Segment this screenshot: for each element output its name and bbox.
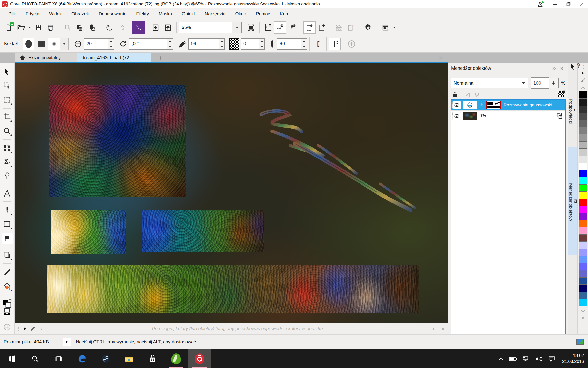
rectangle-tool[interactable] xyxy=(2,219,13,230)
color-bar-eyedropper-icon[interactable] xyxy=(28,326,37,331)
mask-marquee-button[interactable] xyxy=(303,21,316,34)
palette-swatch[interactable] xyxy=(579,106,587,113)
palette-swatch[interactable] xyxy=(579,299,587,306)
palette-expand-button[interactable] xyxy=(580,315,585,321)
fill-tool[interactable] xyxy=(2,281,13,292)
snap-button[interactable] xyxy=(286,21,299,34)
layer-row-background[interactable]: Tło xyxy=(451,110,565,121)
palette-scroll-up[interactable] xyxy=(580,84,586,91)
brush-tool[interactable] xyxy=(2,204,13,215)
palette-swatch[interactable] xyxy=(579,227,587,235)
close-button[interactable] xyxy=(575,0,588,8)
menu-kup[interactable]: Kup xyxy=(275,9,293,19)
color-control[interactable] xyxy=(2,298,13,316)
soft-nib-button[interactable] xyxy=(48,38,60,50)
menu-pomoc[interactable]: Pomoc xyxy=(251,9,275,19)
tab-welcome[interactable]: Ekran powitalny xyxy=(15,53,77,62)
lock-transparency-icon[interactable] xyxy=(452,91,458,98)
palette-eyedropper-icon[interactable] xyxy=(580,77,585,84)
palette-swatch[interactable] xyxy=(579,98,587,106)
palette-swatch[interactable] xyxy=(579,141,587,149)
restore-button[interactable] xyxy=(562,0,575,8)
feather-spinner[interactable] xyxy=(301,38,307,50)
save-button[interactable] xyxy=(32,21,44,34)
zoom-tool[interactable] xyxy=(2,125,13,136)
task-view-button[interactable] xyxy=(47,349,70,368)
docker-collapse-icon[interactable] xyxy=(551,66,557,71)
round-nib-button[interactable] xyxy=(23,38,34,50)
palette-swatch[interactable] xyxy=(579,113,587,120)
new-document-button[interactable] xyxy=(3,21,15,34)
palette-swatch[interactable] xyxy=(579,170,587,177)
rotation-field[interactable]: ,0 ° xyxy=(129,38,167,50)
export-button[interactable] xyxy=(162,21,174,34)
menu-narzedzia[interactable]: Narzędzia xyxy=(200,9,230,19)
palette-swatch[interactable] xyxy=(579,177,587,185)
palette-swatch[interactable] xyxy=(579,206,587,213)
undo-button[interactable] xyxy=(103,21,115,34)
palette-swatch[interactable] xyxy=(579,213,587,220)
battery-icon[interactable] xyxy=(507,349,519,368)
nib-size-spinner[interactable] xyxy=(108,38,114,50)
rulers-button[interactable] xyxy=(262,21,274,34)
color-bar-expand[interactable] xyxy=(438,327,448,331)
nib-size-field[interactable]: 20 xyxy=(84,38,108,50)
menu-obrazek[interactable]: Obrazek xyxy=(67,9,94,19)
steam-icon[interactable] xyxy=(94,349,117,368)
clone-tool[interactable] xyxy=(2,171,13,182)
opacity-input[interactable]: 100 xyxy=(531,77,549,89)
nib-options-button[interactable] xyxy=(329,38,341,50)
menu-edycja[interactable]: Edycja xyxy=(21,9,44,19)
visibility-eye-icon[interactable] xyxy=(452,101,461,109)
palette-swatch[interactable] xyxy=(579,184,587,192)
palette-swatch[interactable] xyxy=(579,249,587,256)
taskbar-clock[interactable]: 13:02 21.03.2016 xyxy=(562,353,584,365)
menu-maska[interactable]: Maska xyxy=(154,9,177,19)
print-button[interactable] xyxy=(44,21,57,34)
mask-frame-button[interactable] xyxy=(316,21,328,34)
layer-row-lens[interactable]: Rozmywanie gaussowski... xyxy=(451,100,565,110)
palette-swatch[interactable] xyxy=(579,263,587,270)
tray-chevron-up[interactable] xyxy=(495,349,507,368)
file-explorer-icon[interactable] xyxy=(117,349,141,368)
palette-swatch[interactable] xyxy=(579,127,587,134)
palette-swatch[interactable] xyxy=(579,241,587,249)
palette-swatch[interactable] xyxy=(579,220,587,227)
options-button[interactable] xyxy=(362,21,374,34)
status-expand-button[interactable] xyxy=(63,338,71,346)
palette-swatch[interactable] xyxy=(579,256,587,263)
text-tool[interactable] xyxy=(2,188,13,199)
eraser-tool[interactable] xyxy=(2,233,13,244)
menu-obiekt[interactable]: Obiekt xyxy=(177,9,200,19)
flatten-field[interactable]: 99 xyxy=(188,38,219,50)
pick-tool[interactable] xyxy=(2,66,13,77)
clip-mask-lock-icon[interactable] xyxy=(558,91,565,98)
palette-swatch[interactable] xyxy=(579,284,587,292)
visibility-eye-icon[interactable] xyxy=(452,112,461,120)
color-bar-flyout[interactable] xyxy=(21,327,28,331)
palette-swatch[interactable] xyxy=(579,191,587,199)
action-center-icon[interactable] xyxy=(545,349,559,368)
palette-swatch[interactable] xyxy=(579,156,587,163)
paste-button[interactable] xyxy=(86,21,98,34)
menu-okno[interactable]: Okno xyxy=(230,9,251,19)
display-settings-icon[interactable] xyxy=(576,339,584,345)
color-bar-prev[interactable] xyxy=(37,327,46,331)
transparency-field[interactable]: 0 xyxy=(241,38,259,50)
merge-mode-select[interactable]: Normalna xyxy=(451,78,528,88)
network-icon[interactable] xyxy=(519,349,532,368)
palette-swatch[interactable] xyxy=(579,163,587,170)
palette-swatch[interactable] xyxy=(579,134,587,142)
palette-drag-handle[interactable] xyxy=(582,65,584,69)
menu-plik[interactable]: Plik xyxy=(4,9,21,19)
feather-field[interactable]: 80 xyxy=(277,38,301,50)
docker-tab-object-manager[interactable]: Menedżer obiektów xyxy=(568,147,578,255)
object-transparency-tool[interactable] xyxy=(2,250,13,261)
menu-dopasowanie[interactable]: Dopasowanie xyxy=(94,9,131,19)
view-options-button[interactable] xyxy=(379,21,391,34)
minimize-button[interactable] xyxy=(549,0,561,8)
new-tab-button[interactable] xyxy=(156,55,165,61)
paint-tool[interactable] xyxy=(2,142,13,153)
menu-widok[interactable]: Widok xyxy=(44,9,67,19)
palette-swatch[interactable] xyxy=(579,277,587,285)
